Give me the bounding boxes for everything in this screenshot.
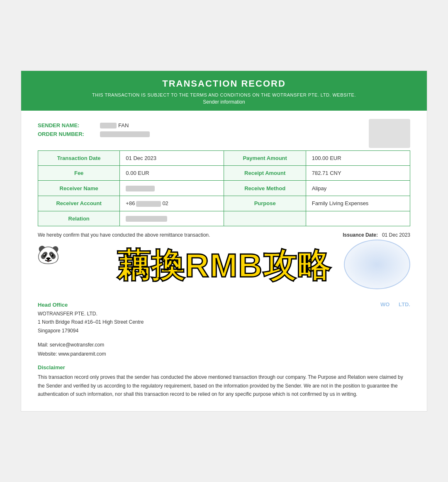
sender-section: SENDER NAME: FAN ORDER NUMBER: [21,111,427,146]
field-value-empty [306,211,410,226]
account-blurred [136,201,161,207]
field-label-receive-method: Receive Method [224,181,306,196]
disclaimer-section: Disclaimer This transaction record only … [21,360,427,411]
wo-watermark: WO LTD. [380,301,410,308]
header-subtitle: THIS TRANSACTION IS SUBJECT TO THE TERMS… [29,92,419,97]
table-row: Receiver Account +8602 Purpose Family Li… [38,196,410,211]
corner-stamp [369,119,410,148]
document-title: TRANSACTION RECORD [29,78,419,89]
issuance-label: Issuance Date: [343,232,378,238]
sender-name-value: FAN [118,122,129,128]
field-label-receiver-name: Receiver Name [38,181,120,196]
relation-blurred [126,216,167,222]
field-label-fee: Fee [38,166,120,181]
field-value-fee: 0.00 EUR [120,166,224,181]
order-number-blurred [100,131,150,137]
field-value-receive-method: Alipay [306,181,410,196]
document-container: TRANSACTION RECORD THIS TRANSACTION IS S… [21,70,427,411]
field-label-transaction-date: Transaction Date [38,151,120,166]
sender-name-blurred [100,123,117,128]
receiver-name-blurred [126,186,155,191]
transaction-table: Transaction Date 01 Dec 2023 Payment Amo… [38,150,410,226]
issuance-date-value: 01 Dec 2023 [382,232,410,238]
field-value-receiver-name [120,181,224,196]
office-line1: WOTRANSFER PTE. LTD. [38,310,410,318]
sender-name-row: SENDER NAME: FAN [38,122,410,128]
field-label-purpose: Purpose [224,196,306,211]
field-label-receiver-account: Receiver Account [38,196,120,211]
office-label: Head Office [38,302,410,308]
disclaimer-text: This transaction record only proves that… [38,373,410,398]
issuance-date: Issuance Date: 01 Dec 2023 [343,232,410,238]
sender-name-label: SENDER NAME: [38,122,100,128]
field-value-transaction-date: 01 Dec 2023 [120,151,224,166]
field-value-relation [120,211,224,226]
table-row: Fee 0.00 EUR Receipt Amount 782.71 CNY [38,166,410,181]
contact-website: Website: www.pandaremit.com [38,350,410,359]
panda-logo: 🐼 [37,244,60,265]
field-value-receiver-account: +8602 [120,196,224,211]
blue-stamp-decoration [344,240,410,289]
field-value-purpose: Family Living Expenses [306,196,410,211]
header-sender-info: Sender information [29,99,419,105]
office-text: WOTRANSFER PTE. LTD. 1 North Bridge Road… [38,310,410,335]
order-number-row: ORDER NUMBER: [38,131,410,137]
disclaimer-label: Disclaimer [38,364,410,371]
office-line2: 1 North Bridge Road #16–01 High Street C… [38,318,410,326]
confirmation-text: We hereby confirm that you have conducte… [38,232,210,238]
office-line3: Singapore 179094 [38,327,410,335]
table-row: Receiver Name Receive Method Alipay [38,181,410,196]
chinese-overlay-text: 藕換RMB攻略 [117,244,331,288]
table-row: Relation [38,211,410,226]
office-section: Head Office WOTRANSFER PTE. LTD. 1 North… [21,298,427,335]
field-label-relation: Relation [38,211,120,226]
field-label-payment-amount: Payment Amount [224,151,306,166]
field-label-receipt-amount: Receipt Amount [224,166,306,181]
order-number-label: ORDER NUMBER: [38,131,100,137]
document-header: TRANSACTION RECORD THIS TRANSACTION IS S… [21,71,427,111]
contact-mail: Mail: service@wotransfer.com [38,341,410,350]
field-value-receipt-amount: 782.71 CNY [306,166,410,181]
confirmation-section: We hereby confirm that you have conducte… [21,226,427,240]
field-label-empty [224,211,306,226]
table-row: Transaction Date 01 Dec 2023 Payment Amo… [38,151,410,166]
overlay-section: 🐼 藕換RMB攻略 [21,240,427,293]
contact-section: Mail: service@wotransfer.com Website: ww… [21,335,427,360]
field-value-payment-amount: 100.00 EUR [306,151,410,166]
